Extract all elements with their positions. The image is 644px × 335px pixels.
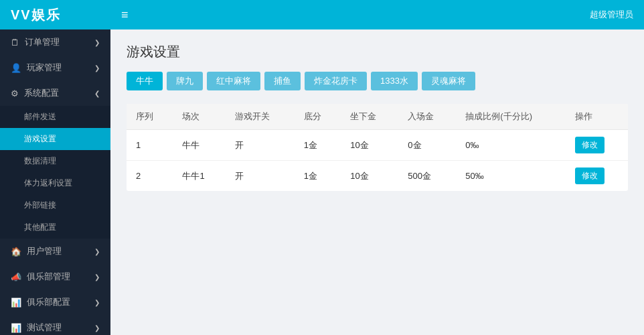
sidebar-label-club-config: 俱乐部配置	[27, 296, 70, 308]
sidebar-label-order: 订单管理	[25, 36, 60, 48]
sub-label-other: 其他配置	[24, 222, 56, 232]
cell-sit-1: 10金	[341, 130, 398, 161]
cell-entry-2: 500金	[398, 161, 456, 192]
col-commission: 抽成比例(千分比)	[456, 104, 566, 130]
cell-entry-1: 0金	[398, 130, 456, 161]
sub-label-stamina: 体力返利设置	[24, 178, 72, 188]
sidebar-item-order-mgmt[interactable]: 🗒 订单管理 ❯	[0, 29, 110, 55]
chevron-icon-4: ❯	[94, 248, 100, 255]
col-base: 底分	[295, 104, 341, 130]
edit-button-2[interactable]: 修改	[575, 168, 605, 184]
col-action: 操作	[566, 104, 628, 130]
chevron-icon-7: ❯	[94, 324, 100, 332]
data-table-container: 序列 场次 游戏开关 底分 坐下金 入场金 抽成比例(千分比) 操作 1 牛牛	[127, 104, 628, 191]
test-icon: 📊	[11, 323, 21, 333]
col-sit: 坐下金	[341, 104, 398, 130]
club-config-icon: 📊	[11, 297, 21, 308]
sidebar-item-test-mgmt[interactable]: 📊 测试管理 ❯	[0, 315, 110, 335]
sub-label-external: 外部链接	[24, 200, 56, 210]
menu-toggle-icon[interactable]: ≡	[121, 8, 129, 22]
content-area: 游戏设置 牛牛 牌九 红中麻将 捕鱼 炸金花房卡 1333水 灵魂麻将 序列 场…	[110, 29, 644, 335]
user-icon: 🏠	[11, 247, 21, 257]
col-switch: 游戏开关	[226, 104, 295, 130]
tab-paijiuzi[interactable]: 牌九	[167, 72, 203, 90]
sub-label-mail: 邮件发送	[24, 112, 56, 121]
sub-stamina[interactable]: 体力返利设置	[0, 172, 110, 194]
sys-config-submenu: 邮件发送 游戏设置 数据清理 体力返利设置 外部链接 其他配置	[0, 106, 110, 239]
cell-commission-2: 50‰	[456, 161, 566, 192]
sub-data-clear[interactable]: 数据清理	[0, 150, 110, 172]
game-tabs-container: 牛牛 牌九 红中麻将 捕鱼 炸金花房卡 1333水 灵魂麻将	[127, 72, 628, 90]
cell-base-2: 1金	[295, 161, 341, 192]
cell-room-1: 牛牛	[173, 130, 226, 161]
sidebar-item-player-mgmt[interactable]: 👤 玩家管理 ❯	[0, 55, 110, 80]
sub-external[interactable]: 外部链接	[0, 194, 110, 216]
sys-icon: ⚙	[11, 88, 19, 98]
sidebar: VV娱乐 🗒 订单管理 ❯ 👤 玩家管理 ❯ ⚙ 系统配置 ❮ 邮件发送 游戏设…	[0, 0, 110, 335]
edit-button-1[interactable]: 修改	[575, 137, 605, 153]
tab-1333shui[interactable]: 1333水	[371, 72, 418, 90]
player-icon: 👤	[11, 63, 21, 73]
sidebar-label-player: 玩家管理	[27, 62, 62, 74]
order-icon: 🗒	[11, 38, 19, 48]
tab-niupai[interactable]: 牛牛	[127, 72, 163, 90]
tab-buyu[interactable]: 捕鱼	[264, 72, 301, 90]
table-row: 1 牛牛 开 1金 10金 0金 0‰ 修改	[127, 130, 628, 161]
sub-label-game: 游戏设置	[24, 134, 56, 143]
user-label: 超级管理员	[590, 9, 633, 21]
col-entry: 入场金	[398, 104, 456, 130]
tab-zhajinhuapk[interactable]: 炸金花房卡	[305, 72, 367, 90]
cell-action-2: 修改	[566, 161, 628, 192]
page-title: 游戏设置	[127, 43, 628, 61]
sub-mail-send[interactable]: 邮件发送	[0, 106, 110, 128]
chevron-icon-5: ❯	[94, 273, 100, 281]
sidebar-label-user: 用户管理	[27, 245, 62, 257]
cell-room-2: 牛牛1	[173, 161, 226, 192]
sub-other[interactable]: 其他配置	[0, 216, 110, 239]
cell-seq-1: 1	[127, 130, 173, 161]
brand-text: VV娱乐	[11, 6, 61, 24]
sub-game-settings[interactable]: 游戏设置	[0, 128, 110, 150]
cell-switch-2: 开	[226, 161, 295, 192]
sidebar-label-test: 测试管理	[27, 322, 62, 334]
data-table: 序列 场次 游戏开关 底分 坐下金 入场金 抽成比例(千分比) 操作 1 牛牛	[127, 104, 628, 191]
table-body: 1 牛牛 开 1金 10金 0金 0‰ 修改 2 牛牛1 开	[127, 130, 628, 192]
topbar: ≡ 超级管理员	[110, 0, 644, 29]
sidebar-label-club: 俱乐部管理	[27, 271, 70, 283]
tab-hongzhongmajiang[interactable]: 红中麻将	[207, 72, 260, 90]
sidebar-label-sys: 系统配置	[24, 87, 59, 99]
cell-base-1: 1金	[295, 130, 341, 161]
chevron-icon-6: ❯	[94, 299, 100, 306]
sidebar-item-sys-config[interactable]: ⚙ 系统配置 ❮	[0, 80, 110, 106]
table-row: 2 牛牛1 开 1金 10金 500金 50‰ 修改	[127, 161, 628, 192]
chevron-icon: ❯	[94, 39, 100, 46]
cell-switch-1: 开	[226, 130, 295, 161]
cell-seq-2: 2	[127, 161, 173, 192]
col-seq: 序列	[127, 104, 173, 130]
sidebar-item-club-mgmt[interactable]: 📣 俱乐部管理 ❯	[0, 264, 110, 289]
sidebar-item-club-config[interactable]: 📊 俱乐部配置 ❯	[0, 289, 110, 315]
chevron-icon-2: ❯	[94, 64, 100, 72]
sub-label-data: 数据清理	[24, 156, 56, 165]
cell-commission-1: 0‰	[456, 130, 566, 161]
main-area: ≡ 超级管理员 游戏设置 牛牛 牌九 红中麻将 捕鱼 炸金花房卡 1333水 灵…	[110, 0, 644, 335]
tab-linghunmajiang[interactable]: 灵魂麻将	[422, 72, 475, 90]
chevron-icon-3: ❮	[94, 90, 100, 97]
table-header-row: 序列 场次 游戏开关 底分 坐下金 入场金 抽成比例(千分比) 操作	[127, 104, 628, 130]
cell-action-1: 修改	[566, 130, 628, 161]
sidebar-item-user-mgmt[interactable]: 🏠 用户管理 ❯	[0, 239, 110, 264]
brand-logo: VV娱乐	[0, 0, 110, 29]
cell-sit-2: 10金	[341, 161, 398, 192]
col-room: 场次	[173, 104, 226, 130]
club-icon: 📣	[11, 272, 21, 282]
